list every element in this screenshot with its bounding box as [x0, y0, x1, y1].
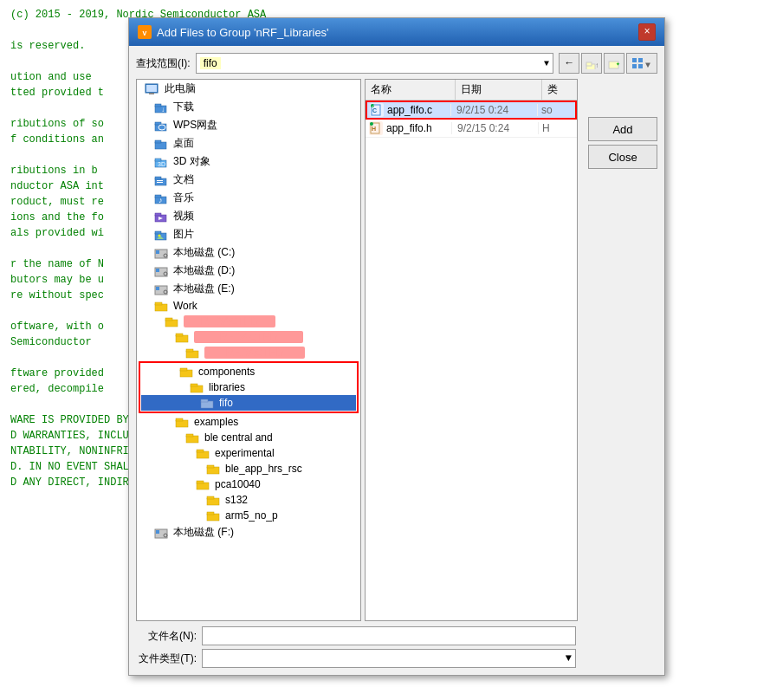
svg-text:✦: ✦ — [616, 60, 620, 68]
file-date-app-fifo-h: 9/2/15 0:24 — [452, 122, 539, 134]
tree-item-s132[interactable]: s132 — [137, 492, 360, 508]
tree-item-redacted-1[interactable]: REDACTED — [137, 314, 360, 329]
svg-rect-50 — [155, 302, 162, 305]
tree-item-ble-app-hrs[interactable]: ble_app_hrs_rsc — [137, 461, 360, 476]
svg-rect-64 — [176, 418, 183, 421]
nav-new-folder-button[interactable]: ✦ — [604, 53, 624, 74]
svg-rect-78 — [156, 530, 159, 534]
svg-rect-72 — [197, 481, 204, 483]
close-dialog-button[interactable]: Close — [588, 145, 657, 169]
tree-item-wps[interactable]: WPS网盘 — [137, 116, 360, 134]
svg-rect-27 — [155, 177, 161, 179]
svg-rect-16 — [155, 104, 161, 107]
file-list-header: 名称 日期 类 — [366, 80, 577, 100]
dialog-title: Add Files to Group 'nRF_Libraries' — [157, 26, 329, 39]
main-area: 此电脑 ↓ 下载 — [136, 79, 657, 621]
svg-rect-52 — [165, 318, 172, 321]
tree-item-3d[interactable]: 3D 3D 对象 — [137, 152, 360, 171]
filename-row: 文件名(N): — [136, 626, 657, 645]
svg-rect-9 — [632, 64, 637, 68]
filetype-combo-arrow: ▼ — [566, 652, 572, 664]
col-type-header: 类 — [542, 80, 577, 100]
file-date-app-fifo-c: 9/2/15 0:24 — [451, 104, 538, 116]
file-list-panel: 名称 日期 类 C — [365, 79, 578, 621]
svg-rect-8 — [638, 58, 643, 62]
svg-rect-60 — [191, 384, 197, 386]
tree-item-drive-f[interactable]: 本地磁盘 (F:) — [137, 523, 360, 541]
nav-view-button[interactable]: ▼ — [626, 53, 657, 74]
tree-item-drive-e[interactable]: 本地磁盘 (E:) — [137, 280, 360, 298]
filetype-row: 文件类型(T): ▼ — [136, 649, 657, 668]
filetype-combo[interactable]: ▼ — [202, 649, 576, 668]
file-row-app-fifo-c[interactable]: C ✓ app_fifo.c 9/2/15 0:24 so — [366, 100, 577, 120]
location-bar: 查找范围(I): fifo ▼ ← ↑ ✦ — [136, 53, 657, 74]
nav-up-button[interactable]: ↑ — [581, 53, 602, 74]
tree-item-video[interactable]: 视频 — [137, 207, 360, 225]
right-buttons-panel: Add Close — [581, 79, 657, 621]
svg-text:↓: ↓ — [161, 106, 165, 113]
file-name-app-fifo-c: app_fifo.c — [387, 104, 451, 116]
col-date-header: 日期 — [456, 80, 542, 100]
file-row-app-fifo-h[interactable]: H app_fifo.h 9/2/15 0:24 H — [366, 120, 577, 138]
svg-rect-28 — [157, 180, 163, 181]
tree-item-work[interactable]: Work — [137, 298, 360, 314]
svg-text:▼: ▼ — [645, 61, 650, 69]
svg-rect-22 — [155, 140, 161, 143]
file-name-app-fifo-h: app_fifo.h — [386, 122, 452, 134]
tree-item-drive-d[interactable]: 本地磁盘 (D:) — [137, 262, 360, 280]
svg-rect-62 — [201, 399, 208, 402]
svg-text:V: V — [143, 29, 147, 37]
dialog-body: 查找范围(I): fifo ▼ ← ↑ ✦ — [129, 46, 664, 675]
svg-point-86 — [370, 122, 373, 126]
tree-item-downloads[interactable]: ↓ 下载 — [137, 98, 360, 116]
location-combo-arrow: ▼ — [544, 59, 549, 68]
tree-item-fifo[interactable]: fifo — [141, 395, 356, 411]
tree-item-experimental[interactable]: experimental — [137, 445, 360, 461]
svg-rect-13 — [149, 93, 154, 94]
svg-rect-66 — [186, 434, 193, 437]
tree-item-examples[interactable]: examples — [137, 414, 360, 430]
add-files-dialog: V Add Files to Group 'nRF_Libraries' × 查… — [128, 17, 665, 676]
tree-item-pca10040[interactable]: pca10040 — [137, 476, 360, 492]
c-file-icon: C ✓ — [370, 103, 384, 117]
file-type-app-fifo-h: H — [539, 122, 573, 134]
svg-rect-68 — [197, 450, 204, 452]
svg-text:↑: ↑ — [595, 62, 598, 69]
file-type-app-fifo-c: so — [538, 104, 573, 116]
col-name-header: 名称 — [366, 80, 456, 100]
location-value: fifo — [200, 57, 221, 69]
tree-item-music[interactable]: ♪ 音乐 — [137, 189, 360, 207]
tree-item-libraries[interactable]: libraries — [141, 379, 356, 395]
svg-rect-14 — [146, 85, 157, 92]
bottom-fields: 文件名(N): 文件类型(T): ▼ — [136, 626, 657, 668]
add-button[interactable]: Add — [588, 117, 657, 141]
location-combo[interactable]: fifo ▼ — [196, 53, 553, 74]
filename-input[interactable] — [202, 626, 576, 645]
tree-item-drive-c[interactable]: 本地磁盘 (C:) — [137, 243, 360, 262]
tree-item-desktop[interactable]: 桌面 — [137, 134, 360, 152]
nav-back-button[interactable]: ← — [559, 53, 579, 74]
svg-rect-70 — [207, 465, 214, 468]
svg-text:✓: ✓ — [372, 104, 374, 108]
svg-rect-44 — [156, 269, 159, 272]
svg-rect-3 — [586, 62, 592, 66]
svg-rect-47 — [156, 287, 159, 290]
filename-label: 文件名(N): — [136, 629, 197, 644]
svg-text:3D: 3D — [158, 161, 165, 167]
tree-item-arm5[interactable]: arm5_no_p — [137, 508, 360, 523]
tree-item-redacted-2[interactable]: REDACTED — [137, 329, 360, 345]
folder-tree[interactable]: 此电脑 ↓ 下载 — [136, 79, 361, 621]
tree-item-computer[interactable]: 此电脑 — [137, 80, 360, 98]
svg-rect-56 — [186, 349, 193, 352]
tree-item-ble-central[interactable]: ble central and — [137, 430, 360, 445]
tree-item-docs[interactable]: 文档 — [137, 171, 360, 189]
svg-text:H: H — [372, 126, 376, 132]
tree-item-components[interactable]: components — [141, 364, 356, 379]
dialog-titlebar: V Add Files to Group 'nRF_Libraries' × — [129, 18, 664, 46]
red-highlight-section: components libraries — [139, 361, 359, 413]
dialog-close-button[interactable]: × — [638, 23, 656, 41]
svg-rect-54 — [176, 334, 183, 336]
svg-rect-10 — [638, 64, 643, 68]
tree-item-pictures[interactable]: 图片 — [137, 225, 360, 243]
tree-item-redacted-3[interactable]: REDACTED — [137, 345, 360, 360]
